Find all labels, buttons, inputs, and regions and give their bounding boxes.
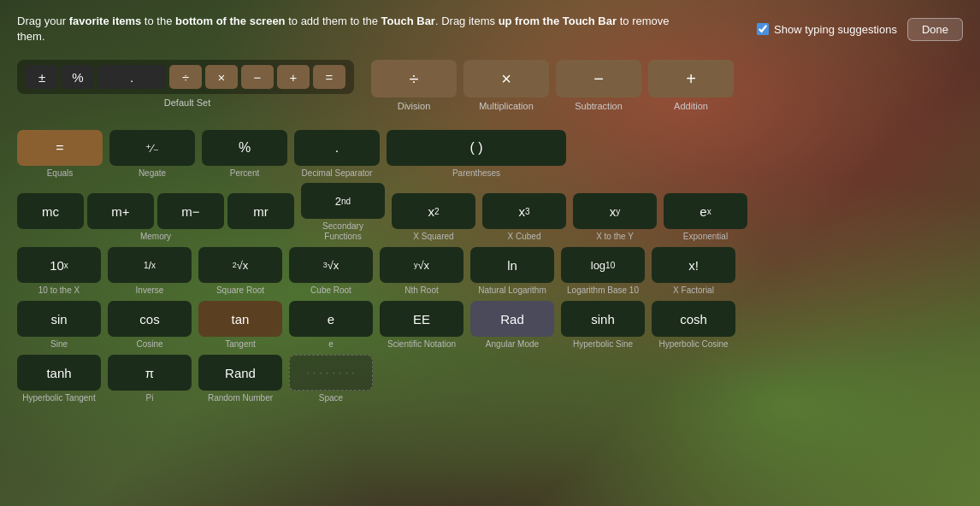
x-factorial-button[interactable]: x! xyxy=(652,247,735,283)
natural-log-item: ln Natural Logarithm xyxy=(470,247,554,296)
operators-section: ÷ Division × Multiplication − Subtractio… xyxy=(371,60,734,111)
mr-item: mr xyxy=(227,193,294,229)
ten-to-x-button[interactable]: 10x xyxy=(17,247,101,283)
cube-root-button[interactable]: 3√x xyxy=(289,247,373,283)
secondary-functions-item: 2nd SecondaryFunctions xyxy=(301,183,385,242)
exponential-item: ex Exponential xyxy=(664,193,747,242)
row2: mc m+ m− mr Memory 2nd SecondaryFunctio xyxy=(17,183,963,242)
space-button[interactable]: · · · · · · · · xyxy=(289,355,373,391)
instruction-text: Drag your favorite items to the bottom o… xyxy=(17,14,684,44)
space-item: · · · · · · · · Space xyxy=(289,355,373,403)
log10-button[interactable]: log10 xyxy=(561,247,645,283)
angular-mode-button[interactable]: Rad xyxy=(470,301,554,337)
multiplication-button[interactable]: × xyxy=(463,60,549,97)
row3: 10x 10 to the X 1/x Inverse 2√x Square R… xyxy=(17,247,963,296)
x-to-y-item: xy X to the Y xyxy=(573,193,657,242)
hyperbolic-sine-button[interactable]: sinh xyxy=(561,301,645,337)
pi-button[interactable]: π xyxy=(108,355,192,391)
show-typing-checkbox[interactable] xyxy=(757,23,769,35)
cube-root-item: 3√x Cube Root xyxy=(289,247,373,296)
negate-item: ⁺∕₋ Negate xyxy=(109,130,195,178)
scientific-notation-button[interactable]: EE xyxy=(380,301,463,337)
log10-label: Logarithm Base 10 xyxy=(567,285,639,296)
memory-group: mc m+ m− mr Memory xyxy=(17,193,294,242)
ds-plus-btn[interactable]: + xyxy=(277,65,310,89)
cosine-label: Cosine xyxy=(136,339,162,350)
equals-button[interactable]: = xyxy=(17,130,103,166)
inverse-item: 1/x Inverse xyxy=(108,247,192,296)
x-squared-label: X Squared xyxy=(413,232,453,242)
addition-item: + Addition xyxy=(648,60,734,111)
ds-divide-btn[interactable]: ÷ xyxy=(169,65,202,89)
hyperbolic-tangent-label: Hyperbolic Tangent xyxy=(22,393,95,403)
parentheses-item: ( ) Parentheses xyxy=(387,130,566,178)
show-typing-checkbox-label[interactable]: Show typing suggestions xyxy=(757,23,897,36)
ds-percent-btn[interactable]: % xyxy=(62,65,94,89)
tangent-button[interactable]: tan xyxy=(198,301,282,337)
secondary-functions-label: SecondaryFunctions xyxy=(322,221,363,242)
secondary-functions-button[interactable]: 2nd xyxy=(301,183,385,219)
parentheses-button[interactable]: ( ) xyxy=(387,130,566,166)
mminus-button[interactable]: m− xyxy=(157,193,224,229)
mplus-button[interactable]: m+ xyxy=(87,193,154,229)
square-root-button[interactable]: 2√x xyxy=(198,247,282,283)
show-typing-label: Show typing suggestions xyxy=(774,23,897,36)
random-number-button[interactable]: Rand xyxy=(198,355,282,391)
hyperbolic-cosine-button[interactable]: cosh xyxy=(652,301,735,337)
header-controls: Show typing suggestions Done xyxy=(757,18,963,41)
random-number-label: Random Number xyxy=(208,393,273,403)
addition-button[interactable]: + xyxy=(648,60,734,97)
ds-dot-btn[interactable]: . xyxy=(97,65,166,89)
division-button[interactable]: ÷ xyxy=(371,60,457,97)
mc-button[interactable]: mc xyxy=(17,193,84,229)
cosine-button[interactable]: cos xyxy=(108,301,192,337)
exponential-button[interactable]: ex xyxy=(664,193,747,229)
x-factorial-label: X Factorial xyxy=(673,285,714,296)
e-label: e xyxy=(328,339,334,350)
subtraction-button[interactable]: − xyxy=(556,60,641,97)
ds-plusminus-btn[interactable]: ± xyxy=(26,65,58,89)
mr-button[interactable]: mr xyxy=(227,193,294,229)
hyperbolic-cosine-label: Hyperbolic Cosine xyxy=(658,339,728,350)
percent-button[interactable]: % xyxy=(202,130,287,166)
ds-multiply-btn[interactable]: × xyxy=(205,65,238,89)
ds-equals-btn[interactable]: = xyxy=(313,65,345,89)
default-set-label: Default Set xyxy=(17,97,354,108)
inverse-label: Inverse xyxy=(136,285,164,296)
row1: = Equals ⁺∕₋ Negate % Percent . Decimal … xyxy=(17,130,963,178)
addition-label: Addition xyxy=(674,101,708,111)
memory-label: Memory xyxy=(140,232,171,242)
sine-item: sin Sine xyxy=(17,301,101,350)
decimal-label: Decimal Separator xyxy=(302,168,373,178)
tangent-label: Tangent xyxy=(225,339,256,350)
percent-item: % Percent xyxy=(202,130,287,178)
square-root-label: Square Root xyxy=(216,285,264,296)
parentheses-label: Parentheses xyxy=(452,168,500,178)
inverse-button[interactable]: 1/x xyxy=(108,247,192,283)
ten-to-x-item: 10x 10 to the X xyxy=(17,247,101,296)
cube-root-label: Cube Root xyxy=(310,285,351,296)
negate-button[interactable]: ⁺∕₋ xyxy=(109,130,195,166)
mminus-item: m− xyxy=(157,193,224,229)
e-button[interactable]: e xyxy=(289,301,373,337)
division-label: Division xyxy=(398,101,431,111)
angular-mode-label: Angular Mode xyxy=(486,339,539,350)
e-item: e e xyxy=(289,301,373,350)
division-item: ÷ Division xyxy=(371,60,457,111)
x-cubed-button[interactable]: x3 xyxy=(482,193,566,229)
hyperbolic-tangent-button[interactable]: tanh xyxy=(17,355,101,391)
pi-label: Pi xyxy=(146,393,154,403)
natural-log-button[interactable]: ln xyxy=(470,247,554,283)
x-squared-button[interactable]: x2 xyxy=(392,193,475,229)
done-button[interactable]: Done xyxy=(907,18,963,41)
x-to-y-button[interactable]: xy xyxy=(573,193,657,229)
nth-root-button[interactable]: y√x xyxy=(380,247,463,283)
ds-minus-btn[interactable]: − xyxy=(241,65,274,89)
space-label: Space xyxy=(319,393,343,403)
mplus-item: m+ xyxy=(87,193,154,229)
x-squared-item: x2 X Squared xyxy=(392,193,475,242)
sine-button[interactable]: sin xyxy=(17,301,101,337)
scientific-notation-item: EE Scientific Notation xyxy=(380,301,463,350)
exponential-label: Exponential xyxy=(683,232,728,242)
decimal-button[interactable]: . xyxy=(294,130,380,166)
